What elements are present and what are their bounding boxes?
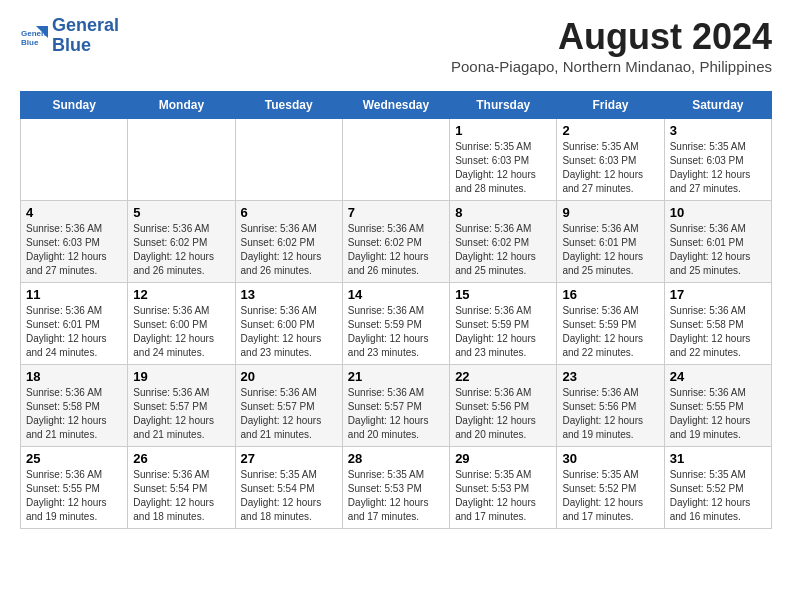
cell-info: Sunrise: 5:36 AM Sunset: 5:56 PM Dayligh… [455,386,551,442]
day-number: 30 [562,451,658,466]
day-number: 13 [241,287,337,302]
calendar-cell: 18Sunrise: 5:36 AM Sunset: 5:58 PM Dayli… [21,365,128,447]
calendar-cell [235,119,342,201]
calendar-cell: 1Sunrise: 5:35 AM Sunset: 6:03 PM Daylig… [450,119,557,201]
day-number: 6 [241,205,337,220]
day-number: 29 [455,451,551,466]
calendar-cell [342,119,449,201]
day-number: 2 [562,123,658,138]
calendar-week-row: 4Sunrise: 5:36 AM Sunset: 6:03 PM Daylig… [21,201,772,283]
calendar-week-row: 1Sunrise: 5:35 AM Sunset: 6:03 PM Daylig… [21,119,772,201]
day-number: 1 [455,123,551,138]
cell-info: Sunrise: 5:36 AM Sunset: 5:59 PM Dayligh… [348,304,444,360]
calendar-cell: 17Sunrise: 5:36 AM Sunset: 5:58 PM Dayli… [664,283,771,365]
day-number: 17 [670,287,766,302]
calendar-cell: 2Sunrise: 5:35 AM Sunset: 6:03 PM Daylig… [557,119,664,201]
calendar-cell: 6Sunrise: 5:36 AM Sunset: 6:02 PM Daylig… [235,201,342,283]
calendar-cell: 26Sunrise: 5:36 AM Sunset: 5:54 PM Dayli… [128,447,235,529]
cell-info: Sunrise: 5:35 AM Sunset: 5:52 PM Dayligh… [562,468,658,524]
day-number: 21 [348,369,444,384]
location: Poona-Piagapo, Northern Mindanao, Philip… [451,58,772,75]
day-number: 11 [26,287,122,302]
day-number: 22 [455,369,551,384]
logo-line2: Blue [52,36,119,56]
calendar-cell: 30Sunrise: 5:35 AM Sunset: 5:52 PM Dayli… [557,447,664,529]
day-number: 18 [26,369,122,384]
day-of-week-header: Friday [557,92,664,119]
calendar-cell [128,119,235,201]
calendar-cell: 31Sunrise: 5:35 AM Sunset: 5:52 PM Dayli… [664,447,771,529]
calendar-cell: 24Sunrise: 5:36 AM Sunset: 5:55 PM Dayli… [664,365,771,447]
calendar-cell: 9Sunrise: 5:36 AM Sunset: 6:01 PM Daylig… [557,201,664,283]
calendar-header-row: SundayMondayTuesdayWednesdayThursdayFrid… [21,92,772,119]
day-number: 5 [133,205,229,220]
day-number: 26 [133,451,229,466]
cell-info: Sunrise: 5:36 AM Sunset: 6:02 PM Dayligh… [133,222,229,278]
calendar-cell: 12Sunrise: 5:36 AM Sunset: 6:00 PM Dayli… [128,283,235,365]
calendar-cell: 22Sunrise: 5:36 AM Sunset: 5:56 PM Dayli… [450,365,557,447]
logo-line1: General [52,16,119,36]
logo-icon: General Blue [20,22,48,50]
cell-info: Sunrise: 5:36 AM Sunset: 6:02 PM Dayligh… [348,222,444,278]
day-of-week-header: Thursday [450,92,557,119]
cell-info: Sunrise: 5:36 AM Sunset: 6:01 PM Dayligh… [562,222,658,278]
day-of-week-header: Wednesday [342,92,449,119]
day-number: 12 [133,287,229,302]
day-number: 4 [26,205,122,220]
calendar-cell: 13Sunrise: 5:36 AM Sunset: 6:00 PM Dayli… [235,283,342,365]
calendar-cell: 29Sunrise: 5:35 AM Sunset: 5:53 PM Dayli… [450,447,557,529]
svg-text:Blue: Blue [21,38,39,47]
cell-info: Sunrise: 5:36 AM Sunset: 5:56 PM Dayligh… [562,386,658,442]
cell-info: Sunrise: 5:36 AM Sunset: 5:54 PM Dayligh… [133,468,229,524]
calendar-cell: 10Sunrise: 5:36 AM Sunset: 6:01 PM Dayli… [664,201,771,283]
cell-info: Sunrise: 5:36 AM Sunset: 5:57 PM Dayligh… [133,386,229,442]
calendar-cell: 15Sunrise: 5:36 AM Sunset: 5:59 PM Dayli… [450,283,557,365]
calendar-cell: 20Sunrise: 5:36 AM Sunset: 5:57 PM Dayli… [235,365,342,447]
cell-info: Sunrise: 5:36 AM Sunset: 6:03 PM Dayligh… [26,222,122,278]
calendar-cell: 7Sunrise: 5:36 AM Sunset: 6:02 PM Daylig… [342,201,449,283]
calendar-cell: 21Sunrise: 5:36 AM Sunset: 5:57 PM Dayli… [342,365,449,447]
month-year: August 2024 [451,16,772,58]
calendar-body: 1Sunrise: 5:35 AM Sunset: 6:03 PM Daylig… [21,119,772,529]
calendar-week-row: 25Sunrise: 5:36 AM Sunset: 5:55 PM Dayli… [21,447,772,529]
calendar-cell: 28Sunrise: 5:35 AM Sunset: 5:53 PM Dayli… [342,447,449,529]
title-section: August 2024 Poona-Piagapo, Northern Mind… [451,16,772,83]
calendar-cell [21,119,128,201]
cell-info: Sunrise: 5:36 AM Sunset: 6:01 PM Dayligh… [26,304,122,360]
cell-info: Sunrise: 5:36 AM Sunset: 5:55 PM Dayligh… [670,386,766,442]
calendar-cell: 23Sunrise: 5:36 AM Sunset: 5:56 PM Dayli… [557,365,664,447]
day-number: 27 [241,451,337,466]
day-number: 3 [670,123,766,138]
day-number: 23 [562,369,658,384]
cell-info: Sunrise: 5:36 AM Sunset: 5:59 PM Dayligh… [455,304,551,360]
day-of-week-header: Tuesday [235,92,342,119]
cell-info: Sunrise: 5:35 AM Sunset: 6:03 PM Dayligh… [455,140,551,196]
cell-info: Sunrise: 5:35 AM Sunset: 5:54 PM Dayligh… [241,468,337,524]
calendar-cell: 3Sunrise: 5:35 AM Sunset: 6:03 PM Daylig… [664,119,771,201]
cell-info: Sunrise: 5:35 AM Sunset: 5:53 PM Dayligh… [455,468,551,524]
calendar-cell: 27Sunrise: 5:35 AM Sunset: 5:54 PM Dayli… [235,447,342,529]
day-number: 9 [562,205,658,220]
cell-info: Sunrise: 5:36 AM Sunset: 6:00 PM Dayligh… [133,304,229,360]
day-number: 7 [348,205,444,220]
calendar-cell: 16Sunrise: 5:36 AM Sunset: 5:59 PM Dayli… [557,283,664,365]
day-of-week-header: Sunday [21,92,128,119]
calendar-cell: 5Sunrise: 5:36 AM Sunset: 6:02 PM Daylig… [128,201,235,283]
cell-info: Sunrise: 5:36 AM Sunset: 5:57 PM Dayligh… [241,386,337,442]
calendar-table: SundayMondayTuesdayWednesdayThursdayFrid… [20,91,772,529]
cell-info: Sunrise: 5:35 AM Sunset: 5:52 PM Dayligh… [670,468,766,524]
day-number: 31 [670,451,766,466]
cell-info: Sunrise: 5:36 AM Sunset: 5:58 PM Dayligh… [26,386,122,442]
cell-info: Sunrise: 5:36 AM Sunset: 5:59 PM Dayligh… [562,304,658,360]
cell-info: Sunrise: 5:35 AM Sunset: 6:03 PM Dayligh… [670,140,766,196]
day-number: 20 [241,369,337,384]
cell-info: Sunrise: 5:35 AM Sunset: 6:03 PM Dayligh… [562,140,658,196]
day-number: 14 [348,287,444,302]
calendar-week-row: 11Sunrise: 5:36 AM Sunset: 6:01 PM Dayli… [21,283,772,365]
calendar-cell: 25Sunrise: 5:36 AM Sunset: 5:55 PM Dayli… [21,447,128,529]
calendar-cell: 11Sunrise: 5:36 AM Sunset: 6:01 PM Dayli… [21,283,128,365]
day-number: 16 [562,287,658,302]
day-number: 25 [26,451,122,466]
day-number: 24 [670,369,766,384]
calendar-cell: 14Sunrise: 5:36 AM Sunset: 5:59 PM Dayli… [342,283,449,365]
